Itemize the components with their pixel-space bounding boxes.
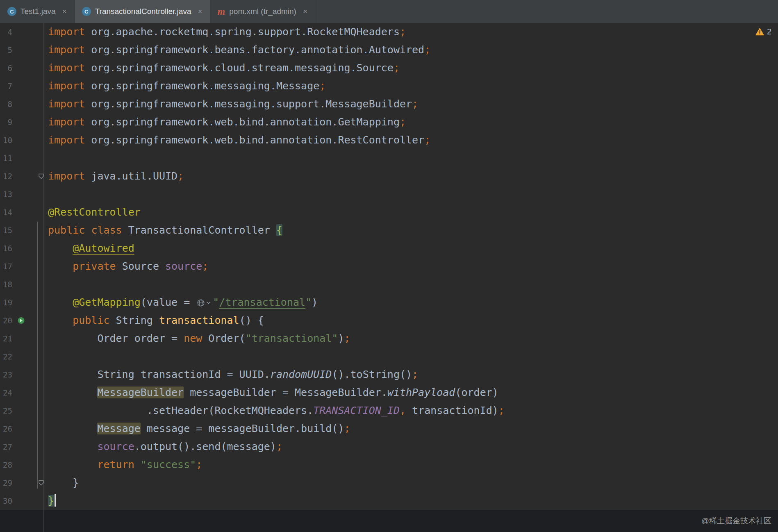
code-text[interactable]: .setHeader(RocketMQHeaders.TRANSACTION_I…	[43, 402, 505, 420]
code-text[interactable]: MessageBuilder messageBuilder = MessageB…	[43, 384, 498, 402]
code-token	[48, 314, 73, 326]
gutter[interactable]: 5	[0, 41, 43, 59]
code-text[interactable]: }	[43, 474, 79, 492]
code-token: "	[305, 296, 312, 308]
tab-test1-java[interactable]: C Test1.java ×	[0, 0, 75, 23]
code-text[interactable]: @Autowired	[43, 239, 134, 257]
code-line: 4import org.apache.rocketmq.spring.suppo…	[0, 23, 778, 41]
gutter[interactable]: 10	[0, 131, 43, 149]
code-text[interactable]: @RestController	[43, 203, 141, 221]
code-token: Order order =	[48, 332, 184, 344]
code-token: String	[110, 314, 159, 326]
code-token: ;	[400, 26, 406, 38]
inspections-widget[interactable]: 2	[755, 27, 771, 36]
line-number: 14	[0, 203, 12, 221]
code-token: new	[184, 332, 202, 344]
gutter[interactable]: 8	[0, 95, 43, 113]
code-line: 8import org.springframework.messaging.su…	[0, 95, 778, 113]
code-text[interactable]	[43, 348, 48, 366]
code-text[interactable]: public class TransactionalController {	[43, 221, 282, 239]
code-line: 20 public String transactional() {	[0, 311, 778, 330]
code-text[interactable]: import org.springframework.cloud.stream.…	[43, 59, 400, 77]
code-line: 10import org.springframework.web.bind.an…	[0, 131, 778, 149]
code-token: import	[48, 134, 85, 146]
code-text[interactable]: import org.springframework.messaging.Mes…	[43, 77, 325, 95]
code-text[interactable]: import java.util.UUID;	[43, 167, 184, 185]
line-number: 4	[0, 23, 12, 41]
code-text[interactable]: private Source source;	[43, 257, 208, 275]
code-token: return	[97, 459, 134, 471]
code-token: @RestController	[48, 206, 141, 218]
code-text[interactable]: import org.springframework.web.bind.anno…	[43, 131, 430, 149]
code-token: ;	[196, 459, 202, 471]
watermark: @稀土掘金技术社区	[701, 516, 771, 526]
gutter[interactable]: 12	[0, 167, 43, 185]
code-text[interactable]: source.output().send(message);	[43, 438, 282, 456]
close-tab-icon[interactable]: ×	[303, 7, 307, 16]
code-token: .output().send(message)	[134, 441, 276, 452]
code-text[interactable]	[43, 275, 48, 293]
tab-pom-xml[interactable]: m pom.xml (tr_admin) ×	[210, 0, 315, 23]
tab-transactionalcontroller-java[interactable]: C TransactionalController.java ×	[75, 0, 210, 23]
code-text[interactable]: import org.springframework.beans.factory…	[43, 41, 430, 59]
code-text[interactable]: Order order = new Order("transactional")…	[43, 330, 350, 348]
code-line: 12import java.util.UUID;	[0, 167, 778, 185]
gutter[interactable]: 9	[0, 113, 43, 131]
line-number: 25	[0, 402, 12, 420]
code-token: import	[48, 44, 85, 56]
code-text[interactable]: import org.apache.rocketmq.spring.suppor…	[43, 23, 406, 41]
code-text[interactable]	[43, 185, 48, 203]
code-text[interactable]: import org.springframework.messaging.sup…	[43, 95, 418, 113]
code-line: 21 Order order = new Order("transactiona…	[0, 330, 778, 348]
line-number: 7	[0, 77, 12, 95]
code-token: MessageBuilder	[97, 386, 184, 398]
gutter[interactable]: 13	[0, 185, 43, 203]
code-token: ;	[344, 423, 350, 434]
line-number: 16	[0, 239, 12, 257]
code-token: ;	[344, 332, 350, 344]
line-number: 20	[0, 311, 12, 330]
code-text[interactable]: String transactionId = UUID.randomUUID()…	[43, 366, 418, 384]
gutter[interactable]: 30	[0, 492, 43, 510]
code-token: "	[213, 296, 219, 308]
url-globe-icon[interactable]	[197, 299, 211, 307]
gutter[interactable]: 14	[0, 203, 43, 221]
warning-icon	[755, 28, 764, 36]
gutter[interactable]: 4	[0, 23, 43, 41]
line-number: 22	[0, 348, 12, 366]
fold-icon[interactable]	[38, 173, 45, 180]
gutter[interactable]: 6	[0, 59, 43, 77]
code-text[interactable]: }	[43, 492, 56, 510]
code-line: 9import org.springframework.web.bind.ann…	[0, 113, 778, 131]
gutter[interactable]: 7	[0, 77, 43, 95]
line-number: 27	[0, 438, 12, 456]
code-token: (value =	[141, 296, 196, 308]
code-text[interactable]: Message message = messageBuilder.build()…	[43, 420, 350, 438]
code-line: 13	[0, 185, 778, 203]
close-tab-icon[interactable]: ×	[198, 7, 202, 16]
code-text[interactable]: public String transactional() {	[43, 311, 264, 330]
tab-label: pom.xml (tr_admin)	[229, 7, 296, 16]
code-text[interactable]: @GetMapping(value = "/transactional")	[43, 293, 318, 311]
code-token: ;	[498, 405, 505, 416]
line-number: 15	[0, 221, 12, 239]
code-text[interactable]: return "success";	[43, 456, 202, 474]
close-tab-icon[interactable]: ×	[62, 7, 67, 16]
code-line: 17 private Source source;	[0, 257, 778, 275]
code-text[interactable]	[43, 149, 48, 167]
gutter[interactable]: 11	[0, 149, 43, 167]
code-token: java.util.UUID	[85, 170, 177, 182]
run-gutter-icon[interactable]	[17, 317, 25, 325]
code-text[interactable]: import org.springframework.web.bind.anno…	[43, 113, 406, 131]
code-line: 30}	[0, 492, 778, 510]
code-token	[134, 459, 141, 471]
code-token: source	[165, 260, 202, 272]
fold-icon[interactable]	[38, 480, 45, 487]
code-token: org.springframework.messaging.support.Me…	[85, 98, 412, 110]
code-token: import	[48, 98, 85, 110]
code-token: org.springframework.web.bind.annotation.…	[85, 134, 424, 146]
code-token: private	[73, 260, 116, 272]
gutter-separator	[43, 23, 44, 532]
code-line: 25 .setHeader(RocketMQHeaders.TRANSACTIO…	[0, 402, 778, 420]
code-token: ,	[400, 405, 406, 416]
